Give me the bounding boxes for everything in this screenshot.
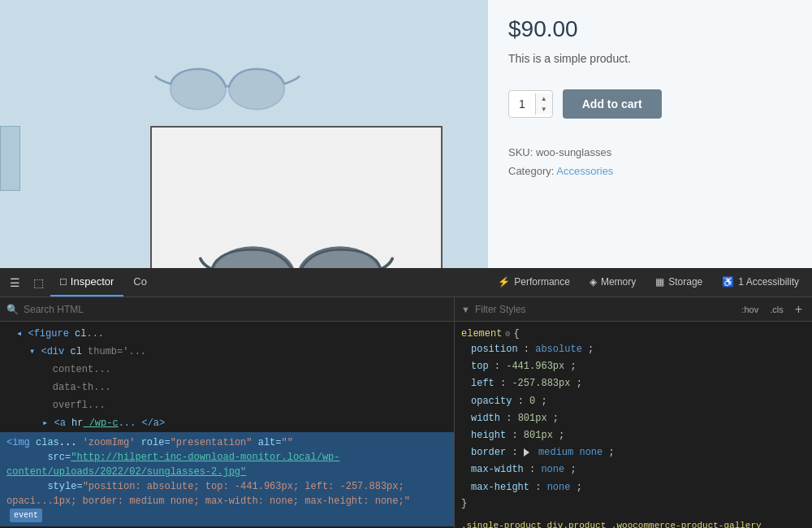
tree-line-img-selected[interactable]: <img clas... 'zoomImg' role="presentatio… (0, 432, 454, 526)
memory-tab-label: Memory (601, 276, 636, 288)
console-tab-label: Co (133, 275, 147, 288)
quantity-up-button[interactable]: ▲ (536, 93, 552, 104)
css-property-border: border : medium none ; (461, 444, 806, 461)
devtools-toolbar: ☰ ⬚ □ Inspector Co ⚡ Performance ◈ Memor… (0, 268, 812, 297)
css-rules: element ⚙ { position : absolute ; top : … (455, 322, 812, 528)
zoom-popup: 801 × 801 (150, 126, 443, 268)
accessibility-tab-icon: ♿ (722, 276, 734, 288)
tree-line-div-datath: data-th... (0, 379, 454, 396)
devtools-menu-button[interactable]: ☰ (3, 273, 27, 292)
search-icon: 🔍 (6, 304, 19, 315)
tree-line-div-attrs: content... (0, 361, 454, 379)
element-gear-icon[interactable]: ⚙ (505, 329, 510, 339)
accessibility-tab-label: 1 Accessibility (738, 276, 799, 288)
storage-tab-icon: ▦ (655, 276, 664, 288)
tab-memory[interactable]: ◈ Memory (580, 268, 646, 296)
css-property-max-width: max-width : none ; (461, 461, 806, 478)
tab-inspector[interactable]: □ Inspector (50, 268, 123, 296)
add-to-cart-button[interactable]: Add to cart (563, 89, 662, 119)
product-category: Category: Accessories (508, 162, 792, 180)
inspect-element-button[interactable]: ⬚ (27, 273, 50, 292)
element-selector: element (461, 328, 502, 340)
css-panel: ▼ :hov .cls + element ⚙ { position : (455, 297, 812, 528)
sidebar-thumbnail (0, 126, 20, 191)
html-search-bar: 🔍 (0, 297, 454, 322)
sunglasses-svg-large (154, 53, 300, 118)
right-tabs: ⚡ Performance ◈ Memory ▦ Storage ♿ 1 Acc… (488, 268, 809, 296)
element-rule-block: element ⚙ { position : absolute ; top : … (461, 327, 806, 511)
memory-tab-icon: ◈ (590, 276, 597, 288)
filter-styles-input[interactable] (475, 304, 733, 315)
second-rule-block: .single-product div.product .woocommerce… (461, 519, 806, 528)
css-property-top: top : -441.963px ; (461, 358, 806, 375)
performance-tab-label: Performance (514, 276, 570, 288)
html-tree: ◂ <figure cl... ▾ <div cl thumb='... con… (0, 322, 454, 528)
devtools-panel: ☰ ⬚ □ Inspector Co ⚡ Performance ◈ Memor… (0, 268, 812, 528)
tree-line-figure: ◂ <figure cl... (0, 325, 454, 343)
sku-label: SKU: (508, 146, 533, 158)
css-property-opacity: opacity : 0 ; (461, 393, 806, 410)
devtools-content: 🔍 ◂ <figure cl... ▾ <div cl thumb='... c… (0, 297, 812, 528)
category-label: Category: (508, 165, 554, 177)
tree-line-div-outer: ▾ <div cl thumb='... (0, 343, 454, 361)
tab-console[interactable]: Co (123, 268, 157, 296)
product-detail-panel: $90.00 This is a simple product. 1 ▲ ▼ A… (487, 0, 812, 268)
quantity-value: 1 (509, 91, 535, 117)
storage-tab-label: Storage (668, 276, 702, 288)
product-price: $90.00 (508, 16, 792, 42)
product-description: This is a simple product. (508, 52, 792, 65)
quantity-input-wrapper[interactable]: 1 ▲ ▼ (508, 90, 553, 118)
css-property-width: width : 801px ; (461, 410, 806, 427)
add-rule-button[interactable]: + (792, 302, 806, 317)
inspector-tab-label: Inspector (71, 275, 114, 288)
cls-button[interactable]: .cls (767, 303, 787, 316)
inspector-tab-icon: □ (60, 275, 67, 288)
quantity-arrows[interactable]: ▲ ▼ (535, 93, 552, 115)
tree-line-div-overflow: overfl... (0, 396, 454, 414)
tab-performance[interactable]: ⚡ Performance (488, 268, 580, 296)
product-meta: SKU: woo-sunglasses Category: Accessorie… (508, 143, 792, 181)
quantity-down-button[interactable]: ▼ (536, 104, 552, 115)
zoom-sunglasses-svg (199, 223, 394, 268)
filter-icon: ▼ (461, 305, 470, 314)
website-preview: 801 × 801 $90.00 This is a simple produc… (0, 0, 812, 268)
tab-accessibility[interactable]: ♿ 1 Accessibility (712, 268, 809, 296)
hov-button[interactable]: :hov (738, 303, 762, 316)
event-badge[interactable]: event (10, 509, 42, 522)
product-sku: SKU: woo-sunglasses (508, 143, 792, 162)
performance-tab-icon: ⚡ (498, 276, 510, 288)
category-link[interactable]: Accessories (556, 165, 613, 177)
border-triangle-icon (524, 448, 529, 457)
search-html-input[interactable] (24, 304, 447, 315)
css-property-height: height : 801px ; (461, 427, 806, 444)
html-panel: 🔍 ◂ <figure cl... ▾ <div cl thumb='... c… (0, 297, 455, 528)
second-rule-selector: .single-product div.product .woocommerce… (461, 521, 784, 528)
css-property-max-height: max-height : none ; (461, 479, 806, 496)
add-to-cart-row: 1 ▲ ▼ Add to cart (508, 89, 792, 119)
css-filter-bar: ▼ :hov .cls + (455, 297, 812, 322)
tree-line-a-tag: ▸ <a hr /wp-c... </a> (0, 414, 454, 432)
tab-storage[interactable]: ▦ Storage (646, 268, 712, 296)
sku-value: woo-sunglasses (536, 146, 611, 158)
css-property-left: left : -257.883px ; (461, 375, 806, 392)
css-property-position: position : absolute ; (461, 341, 806, 358)
tag-figure: ◂ <figure cl... (16, 328, 104, 340)
selected-img-tag: <img clas... 'zoomImg' role="presentatio… (6, 437, 410, 522)
